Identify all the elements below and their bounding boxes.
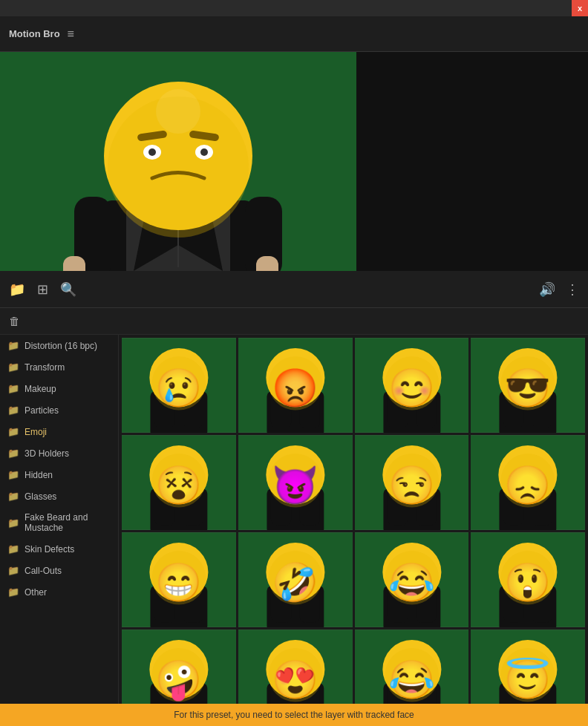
sidebar-item-hidden[interactable]: 📁Hidden bbox=[0, 464, 118, 485]
svg-text:😵: 😵 bbox=[155, 463, 203, 508]
svg-point-19 bbox=[156, 89, 200, 134]
grid-cell-1[interactable]: 😡 bbox=[238, 338, 353, 433]
sidebar-label-fake-beard: Fake Beard and Mustache bbox=[24, 512, 111, 533]
grid-cell-3[interactable]: 😎 bbox=[471, 338, 585, 433]
svg-text:😞: 😞 bbox=[505, 463, 552, 508]
search-icon[interactable]: 🔍 bbox=[60, 281, 76, 298]
svg-rect-8 bbox=[63, 256, 85, 271]
sidebar-item-emoji[interactable]: 📁Emoji bbox=[0, 421, 118, 442]
emoji-grid: 😢 😡 😊 bbox=[122, 338, 585, 704]
folder-icon-3d-holders: 📁 bbox=[7, 448, 19, 459]
close-button[interactable]: x bbox=[572, 0, 588, 16]
grid-cell-4[interactable]: 😵 bbox=[122, 435, 236, 530]
sidebar-label-makeup: Makeup bbox=[24, 384, 56, 394]
folder-icon-makeup: 📁 bbox=[7, 383, 19, 394]
svg-text:😊: 😊 bbox=[388, 366, 436, 411]
grid-cell-11[interactable]: 😲 bbox=[471, 532, 585, 627]
folder-icon-transform: 📁 bbox=[7, 362, 19, 373]
svg-text:😒: 😒 bbox=[388, 463, 436, 508]
status-text: For this preset, you need to select the … bbox=[174, 710, 414, 720]
delete-bar: 🗑 bbox=[0, 308, 588, 335]
grid-cell-6[interactable]: 😒 bbox=[355, 435, 469, 530]
sidebar-label-skin-defects: Skin Defects bbox=[24, 544, 74, 555]
grid-cell-12[interactable]: 🤪 bbox=[122, 629, 236, 704]
svg-text:😎: 😎 bbox=[505, 366, 552, 411]
folder-icon-call-outs: 📁 bbox=[7, 565, 19, 576]
svg-text:😍: 😍 bbox=[272, 658, 319, 702]
svg-point-16 bbox=[148, 148, 156, 156]
folder-icon-emoji: 📁 bbox=[7, 426, 19, 437]
sidebar-item-transform[interactable]: 📁Transform bbox=[0, 356, 118, 378]
grid-cell-0[interactable]: 😢 bbox=[122, 338, 236, 433]
toolbar: 📁 ⊞ 🔍 🔊 ⋮ bbox=[0, 271, 588, 308]
folder-icon[interactable]: 📁 bbox=[9, 281, 25, 298]
sidebar-label-emoji: Emoji bbox=[24, 427, 47, 437]
grid-cell-9[interactable]: 🤣 bbox=[238, 532, 353, 627]
grid-cell-8[interactable]: 😁 bbox=[122, 532, 236, 627]
preview-area bbox=[0, 52, 588, 271]
sidebar-item-skin-defects[interactable]: 📁Skin Defects bbox=[0, 538, 118, 560]
sidebar-item-distortion[interactable]: 📁Distortion (16 bpc) bbox=[0, 335, 118, 356]
sidebar-item-glasses[interactable]: 📁Glasses bbox=[0, 485, 118, 507]
folder-icon-glasses: 📁 bbox=[7, 491, 19, 502]
svg-rect-10 bbox=[256, 256, 278, 271]
svg-text:🤪: 🤪 bbox=[155, 658, 203, 702]
grid-cell-10[interactable]: 😂 bbox=[355, 532, 469, 627]
svg-text:😇: 😇 bbox=[505, 658, 552, 702]
svg-text:😲: 😲 bbox=[505, 560, 552, 605]
status-bar: For this preset, you need to select the … bbox=[0, 704, 588, 726]
sidebar-label-other: Other bbox=[24, 587, 47, 598]
svg-text:😈: 😈 bbox=[272, 463, 319, 508]
folder-icon-fake-beard: 📁 bbox=[7, 517, 19, 529]
sidebar: 📁Distortion (16 bpc)📁Transform📁Makeup📁Pa… bbox=[0, 335, 119, 704]
sidebar-label-hidden: Hidden bbox=[24, 470, 53, 480]
svg-text:😁: 😁 bbox=[155, 560, 203, 605]
svg-text:😂: 😂 bbox=[388, 560, 436, 605]
svg-text:😢: 😢 bbox=[155, 366, 203, 411]
sidebar-item-call-outs[interactable]: 📁Call-Outs bbox=[0, 560, 118, 581]
sidebar-item-fake-beard[interactable]: 📁Fake Beard and Mustache bbox=[0, 507, 118, 538]
sidebar-label-glasses: Glasses bbox=[24, 491, 56, 502]
grid-cell-14[interactable]: 😂 bbox=[355, 629, 469, 704]
sidebar-item-3d-holders[interactable]: 📁3D Holders bbox=[0, 442, 118, 464]
volume-icon[interactable]: 🔊 bbox=[539, 281, 555, 298]
sidebar-item-other[interactable]: 📁Other bbox=[0, 581, 118, 603]
sidebar-item-particles[interactable]: 📁Particles bbox=[0, 399, 118, 421]
main-content: 📁Distortion (16 bpc)📁Transform📁Makeup📁Pa… bbox=[0, 335, 588, 704]
video-preview bbox=[0, 52, 356, 271]
app-title: Motion Bro bbox=[9, 28, 60, 39]
svg-point-18 bbox=[200, 148, 208, 156]
grid-cell-7[interactable]: 😞 bbox=[471, 435, 585, 530]
svg-text:🤣: 🤣 bbox=[272, 560, 319, 605]
sidebar-label-distortion: Distortion (16 bpc) bbox=[24, 341, 97, 351]
sidebar-label-transform: Transform bbox=[24, 362, 65, 373]
grid-cell-13[interactable]: 😍 bbox=[238, 629, 353, 704]
sidebar-label-3d-holders: 3D Holders bbox=[24, 448, 69, 459]
sidebar-label-call-outs: Call-Outs bbox=[24, 566, 62, 576]
trash-icon[interactable]: 🗑 bbox=[9, 315, 20, 327]
grid-cell-5[interactable]: 😈 bbox=[238, 435, 353, 530]
svg-text:😂: 😂 bbox=[388, 658, 436, 702]
preview-right-panel bbox=[356, 52, 588, 271]
hamburger-icon[interactable]: ≡ bbox=[68, 27, 74, 41]
sidebar-item-makeup[interactable]: 📁Makeup bbox=[0, 378, 118, 399]
grid-cell-2[interactable]: 😊 bbox=[355, 338, 469, 433]
filter-icon[interactable]: ⊞ bbox=[37, 281, 48, 298]
folder-icon-other: 📁 bbox=[7, 586, 19, 598]
grid-area[interactable]: 😢 😡 😊 bbox=[119, 335, 588, 704]
more-icon[interactable]: ⋮ bbox=[566, 281, 579, 298]
svg-text:😡: 😡 bbox=[272, 366, 319, 411]
folder-icon-distortion: 📁 bbox=[7, 340, 19, 351]
grid-cell-15[interactable]: 😇 bbox=[471, 629, 585, 704]
folder-icon-hidden: 📁 bbox=[7, 469, 19, 480]
title-bar: x bbox=[0, 0, 588, 16]
folder-icon-particles: 📁 bbox=[7, 405, 19, 416]
folder-icon-skin-defects: 📁 bbox=[7, 543, 19, 555]
sidebar-label-particles: Particles bbox=[24, 405, 59, 416]
app-header: Motion Bro ≡ bbox=[0, 16, 588, 52]
